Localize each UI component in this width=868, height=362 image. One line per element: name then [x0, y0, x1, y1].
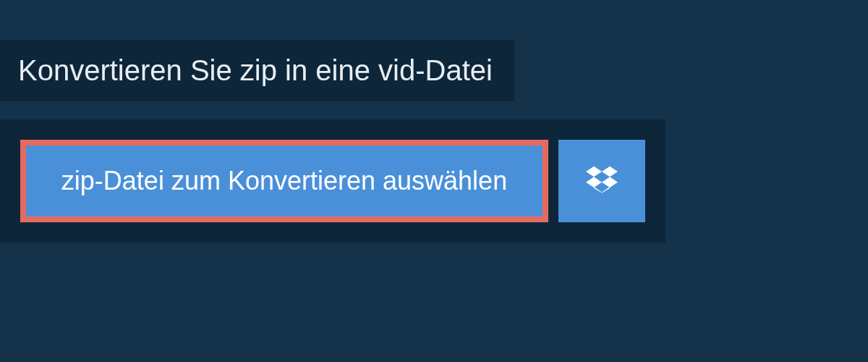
page-title: Konvertieren Sie zip in eine vid-Datei	[18, 54, 493, 87]
heading-container: Konvertieren Sie zip in eine vid-Datei	[0, 40, 514, 101]
dropbox-button[interactable]	[558, 140, 645, 222]
select-file-button[interactable]: zip-Datei zum Konvertieren auswählen	[20, 140, 548, 222]
select-file-label: zip-Datei zum Konvertieren auswählen	[61, 166, 507, 196]
upload-panel: zip-Datei zum Konvertieren auswählen	[0, 119, 665, 243]
dropbox-icon	[586, 164, 618, 198]
